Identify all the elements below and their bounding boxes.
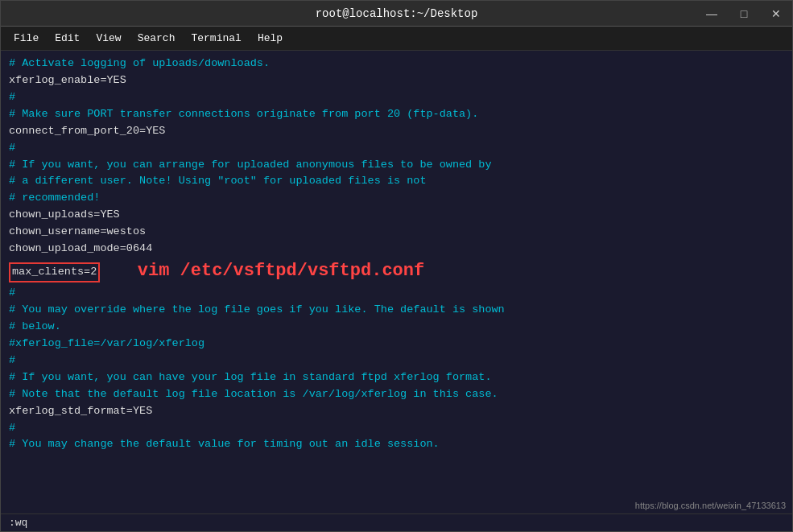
line-9: # recommended! [9,190,784,207]
line-19: # If you want, you can have your log fil… [9,369,784,386]
maximize-button[interactable]: □ [728,1,760,27]
line-2: xferlog_enable=YES [9,72,784,89]
line-1: # Activate logging of uploads/downloads. [9,56,784,72]
terminal-window: root@localhost:~/Desktop — □ ✕ File Edit… [0,0,793,532]
line-6: # [9,140,784,157]
line-15: # You may override where the log file go… [9,302,784,319]
minimize-button[interactable]: — [696,1,728,27]
bottom-bar: :wq [1,513,792,531]
line-17: #xferlog_file=/var/log/xferlog [9,336,784,353]
line-21: xferlog_std_format=YES [9,403,784,420]
line-5: connect_from_port_20=YES [9,123,784,140]
terminal-body: # Activate logging of uploads/downloads.… [1,51,792,513]
line-23: # You may change the default value for t… [9,436,784,453]
line-8: # a different user. Note! Using "root" f… [9,173,784,190]
menu-help[interactable]: Help [251,29,289,47]
window-controls: — □ ✕ [696,1,792,27]
line-22: # [9,420,784,437]
line-18: # [9,353,784,369]
menu-search[interactable]: Search [131,29,182,47]
window-title: root@localhost:~/Desktop [316,7,478,20]
annotation-vim-command: vim /etc/vsftpd/vsftpd.conf [116,261,424,281]
terminal-content: # Activate logging of uploads/downloads.… [9,56,784,453]
line-20: # Note that the default log file locatio… [9,386,784,403]
title-bar: root@localhost:~/Desktop — □ ✕ [1,1,792,27]
line-10: chown_uploads=YES [9,207,784,224]
line-13-highlighted: max_clients=2 vim /etc/vsftpd/vsftpd.con… [9,258,784,285]
line-3: # [9,89,784,106]
line-7: # If you want, you can arrange for uploa… [9,157,784,174]
menu-bar: File Edit View Search Terminal Help [1,27,792,51]
close-button[interactable]: ✕ [760,1,792,27]
menu-terminal[interactable]: Terminal [184,29,247,47]
watermark: https://blog.csdn.net/weixin_47133613 [635,501,786,510]
menu-view[interactable]: View [89,29,127,47]
line-12: chown_upload_mode=0644 [9,241,784,258]
max-clients-value: max_clients=2 [9,262,100,282]
menu-edit[interactable]: Edit [48,29,86,47]
line-16: # below. [9,319,784,336]
menu-file[interactable]: File [7,29,45,47]
line-14: # [9,285,784,302]
line-4: # Make sure PORT transfer connections or… [9,106,784,123]
vim-command: :wq [9,517,27,529]
line-11: chown_username=westos [9,224,784,241]
